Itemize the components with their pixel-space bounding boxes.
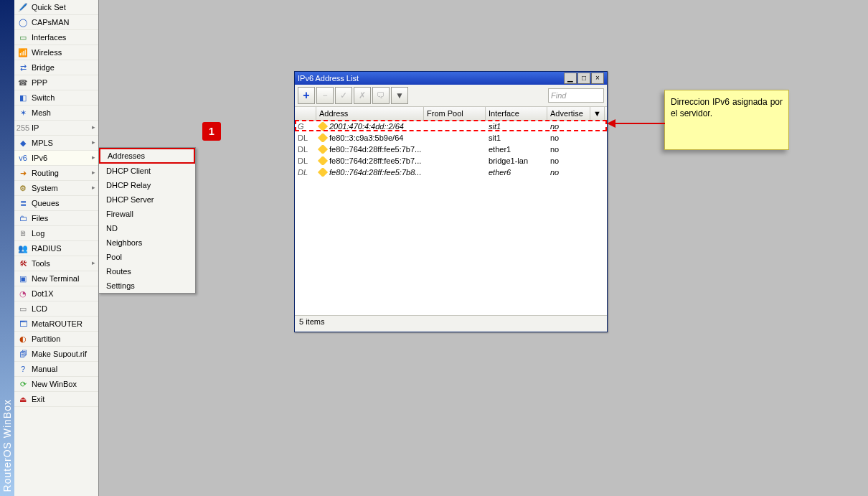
- table-row[interactable]: DLfe80::764d:28ff:fee5:7b7...ether1no: [295, 144, 607, 155]
- cell-address: fe80::764d:28ff:fee5:7b8...: [316, 168, 424, 177]
- submenu-item-dhcp-relay[interactable]: DHCP Relay: [99, 178, 195, 192]
- filter-button[interactable]: ▼: [391, 87, 408, 104]
- sidebar-item-label: System: [32, 184, 58, 192]
- cell-advertise: no: [547, 122, 590, 131]
- col-advertise[interactable]: Advertise: [547, 107, 590, 120]
- sidebar-item-metarouter[interactable]: 🗔MetaROUTER: [14, 317, 98, 332]
- remove-button[interactable]: −: [316, 87, 334, 104]
- col-flags[interactable]: [295, 107, 316, 120]
- sidebar-item-exit[interactable]: ⏏Exit: [14, 392, 98, 407]
- submenu-item-nd[interactable]: ND: [99, 221, 195, 235]
- interfaces-icon: ▭: [17, 32, 29, 43]
- sidebar-item-system[interactable]: ⚙System▸: [14, 181, 98, 196]
- submenu-item-dhcp-server[interactable]: DHCP Server: [99, 192, 195, 207]
- sidebar-item-label: Mesh: [32, 108, 51, 117]
- callout-line: Dirreccion IPv6: [671, 97, 730, 107]
- col-dropdown[interactable]: ▼: [590, 107, 605, 120]
- cell-interface: sit1: [486, 134, 547, 142]
- sidebar-item-dot1x[interactable]: ◔Dot1X: [14, 286, 98, 301]
- enable-button[interactable]: ✓: [335, 87, 352, 104]
- sidebar-item-label: IP: [32, 123, 39, 132]
- address-icon: [318, 156, 328, 165]
- sidebar-item-radius[interactable]: 👥RADIUS: [14, 241, 98, 256]
- sidebar-item-ppp[interactable]: ☎PPP: [14, 75, 98, 90]
- sidebar-item-label: Make Supout.rif: [32, 350, 87, 358]
- make-supout-rif-icon: 🗐: [17, 348, 29, 360]
- exit-icon: ⏏: [17, 393, 29, 405]
- find-input[interactable]: Find: [548, 88, 604, 103]
- address-text: fe80::3:c9a3:5b9e/64: [329, 134, 403, 142]
- window-titlebar[interactable]: IPv6 Address List ▁ □ ×: [295, 72, 607, 85]
- cell-flags: G: [295, 122, 316, 131]
- callout-line: servidor.: [680, 108, 712, 118]
- submenu-item-dhcp-client[interactable]: DHCP Client: [99, 164, 195, 178]
- sidebar-item-label: PPP: [32, 78, 47, 87]
- sidebar-item-label: Switch: [32, 93, 55, 102]
- manual-icon: ?: [17, 363, 29, 375]
- cell-advertise: no: [547, 134, 590, 142]
- col-interface[interactable]: Interface: [486, 107, 547, 120]
- tools-icon: 🛠: [17, 258, 29, 269]
- submenu-item-firewall[interactable]: Firewall: [99, 207, 195, 221]
- sidebar-item-label: New WinBox: [32, 380, 77, 388]
- sidebar-item-label: Wireless: [32, 48, 62, 57]
- table-row[interactable]: DLfe80::3:c9a3:5b9e/64sit1no: [295, 132, 607, 144]
- sidebar-item-label: Files: [32, 214, 48, 223]
- sidebar-item-partition[interactable]: ◐Partition: [14, 332, 98, 347]
- sidebar-item-switch[interactable]: ◧Switch: [14, 90, 98, 106]
- system-icon: ⚙: [17, 182, 29, 194]
- minimize-button[interactable]: ▁: [564, 72, 577, 84]
- sidebar-item-quick-set[interactable]: 🖊️Quick Set: [14, 0, 98, 15]
- col-from-pool[interactable]: From Pool: [424, 107, 486, 120]
- metarouter-icon: 🗔: [17, 318, 29, 329]
- comment-button[interactable]: 🗨: [372, 87, 390, 104]
- sidebar-item-files[interactable]: 🗀Files: [14, 211, 98, 226]
- add-button[interactable]: +: [298, 87, 315, 104]
- disable-button[interactable]: ✗: [354, 87, 371, 104]
- cell-advertise: no: [547, 145, 590, 154]
- submenu-item-settings[interactable]: Settings: [99, 279, 195, 293]
- col-address[interactable]: Address: [316, 107, 424, 120]
- files-icon: 🗀: [17, 212, 29, 224]
- sidebar-item-ipv6[interactable]: v6IPv6▸: [14, 151, 98, 166]
- sidebar-item-ip[interactable]: 255IP▸: [14, 121, 98, 136]
- sidebar-item-bridge[interactable]: ⇄Bridge: [14, 60, 98, 75]
- address-text: fe80::764d:28ff:fee5:7b7...: [329, 145, 421, 154]
- submenu-item-pool[interactable]: Pool: [99, 250, 195, 264]
- sidebar-item-queues[interactable]: ≣Queues: [14, 196, 98, 211]
- sidebar-item-wireless[interactable]: 📶Wireless: [14, 45, 98, 60]
- table-row[interactable]: DLfe80::764d:28ff:fee5:7b8...ether6no: [295, 167, 607, 178]
- cell-interface: ether1: [486, 145, 547, 154]
- sidebar-item-interfaces[interactable]: ▭Interfaces: [14, 30, 98, 45]
- sidebar-item-label: Queues: [32, 199, 60, 207]
- submenu-item-routes[interactable]: Routes: [99, 264, 195, 279]
- sidebar-item-routing[interactable]: ➜Routing▸: [14, 166, 98, 181]
- maximize-button[interactable]: □: [577, 72, 590, 84]
- submenu-arrow-icon: ▸: [92, 259, 95, 266]
- table-row[interactable]: DLfe80::764d:28ff:fee5:7b7...bridge1-lan…: [295, 155, 607, 167]
- sidebar-item-mpls[interactable]: ◆MPLS▸: [14, 136, 98, 151]
- app-title-strip: RouterOS WinBox: [0, 0, 14, 496]
- ipv6-address-list-window: IPv6 Address List ▁ □ × + − ✓ ✗ 🗨 ▼ Find…: [294, 71, 608, 332]
- sidebar-item-new-winbox[interactable]: ⟳New WinBox: [14, 377, 98, 392]
- sidebar-item-log[interactable]: 🗎Log: [14, 226, 98, 241]
- sidebar-item-label: LCD: [32, 304, 47, 313]
- sidebar-item-make-supout-rif[interactable]: 🗐Make Supout.rif: [14, 347, 98, 362]
- cell-advertise: no: [547, 168, 590, 177]
- address-icon: [318, 168, 328, 177]
- table-header: Address From Pool Interface Advertise ▼: [295, 107, 607, 121]
- address-text: fe80::764d:28ff:fee5:7b7...: [329, 156, 421, 165]
- sidebar-item-new-terminal[interactable]: ▣New Terminal: [14, 271, 98, 286]
- submenu-item-addresses[interactable]: Addresses: [99, 148, 195, 164]
- close-button[interactable]: ×: [591, 72, 604, 84]
- sidebar-item-label: Log: [32, 229, 44, 238]
- sidebar-item-lcd[interactable]: ▭LCD: [14, 301, 98, 317]
- sidebar-item-tools[interactable]: 🛠Tools▸: [14, 256, 98, 271]
- submenu-item-neighbors[interactable]: Neighbors: [99, 235, 195, 250]
- sidebar-item-manual[interactable]: ?Manual: [14, 362, 98, 377]
- sidebar-item-capsman[interactable]: ◯CAPsMAN: [14, 15, 98, 30]
- sidebar-item-label: Partition: [32, 334, 60, 343]
- ipv6-submenu: AddressesDHCP ClientDHCP RelayDHCP Serve…: [98, 147, 196, 294]
- sidebar-item-mesh[interactable]: ✶Mesh: [14, 106, 98, 121]
- table-row[interactable]: G2001:470:4:4dd::2/64sit1no: [295, 121, 607, 132]
